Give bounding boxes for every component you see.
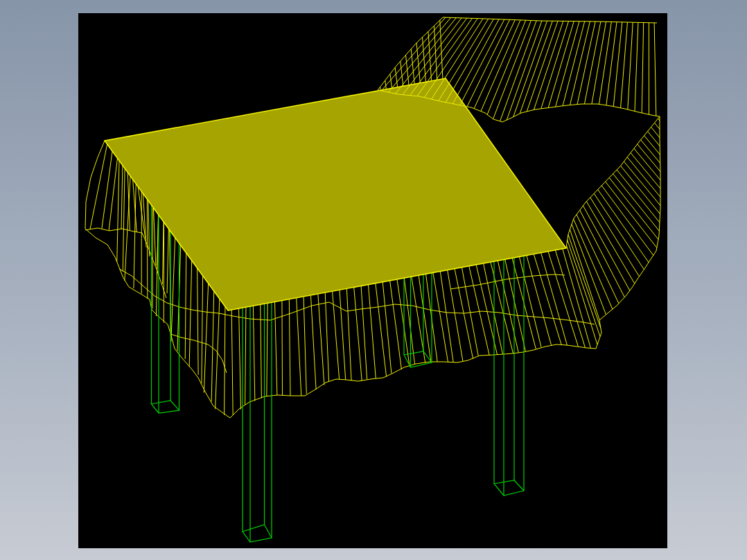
cad-window — [0, 0, 747, 560]
cad-application-background: { "app": {"description": "3D CAD wirefra… — [0, 0, 747, 560]
cad-viewport[interactable] — [0, 0, 747, 560]
